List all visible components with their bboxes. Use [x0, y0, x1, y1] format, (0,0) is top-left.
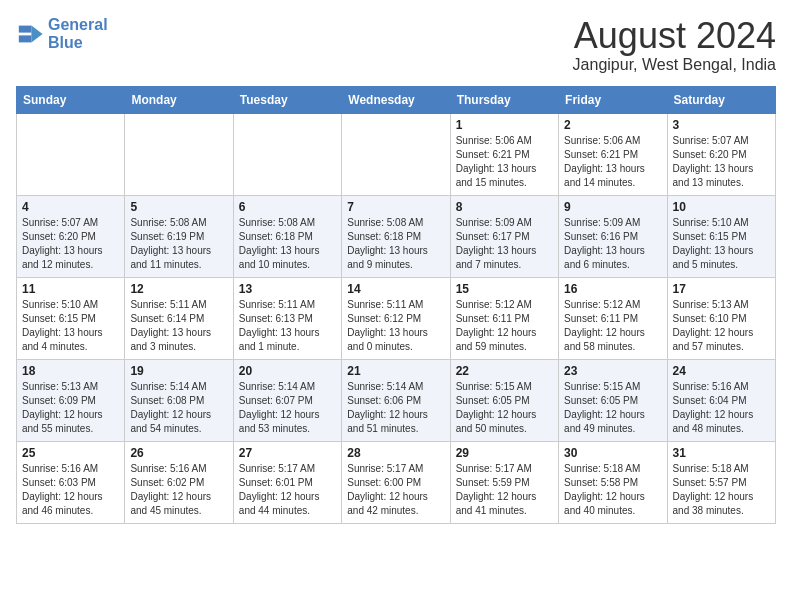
- day-number: 19: [130, 364, 227, 378]
- day-info: Sunrise: 5:11 AM Sunset: 6:12 PM Dayligh…: [347, 298, 444, 354]
- day-info: Sunrise: 5:15 AM Sunset: 6:05 PM Dayligh…: [456, 380, 553, 436]
- day-info: Sunrise: 5:10 AM Sunset: 6:15 PM Dayligh…: [22, 298, 119, 354]
- day-number: 18: [22, 364, 119, 378]
- day-info: Sunrise: 5:14 AM Sunset: 6:08 PM Dayligh…: [130, 380, 227, 436]
- calendar-cell: 18Sunrise: 5:13 AM Sunset: 6:09 PM Dayli…: [17, 359, 125, 441]
- day-info: Sunrise: 5:15 AM Sunset: 6:05 PM Dayligh…: [564, 380, 661, 436]
- calendar-cell: 9Sunrise: 5:09 AM Sunset: 6:16 PM Daylig…: [559, 195, 667, 277]
- calendar-cell: 4Sunrise: 5:07 AM Sunset: 6:20 PM Daylig…: [17, 195, 125, 277]
- calendar-cell: [125, 113, 233, 195]
- day-info: Sunrise: 5:17 AM Sunset: 6:01 PM Dayligh…: [239, 462, 336, 518]
- day-number: 14: [347, 282, 444, 296]
- day-info: Sunrise: 5:13 AM Sunset: 6:09 PM Dayligh…: [22, 380, 119, 436]
- calendar-cell: 22Sunrise: 5:15 AM Sunset: 6:05 PM Dayli…: [450, 359, 558, 441]
- day-number: 25: [22, 446, 119, 460]
- calendar-cell: 5Sunrise: 5:08 AM Sunset: 6:19 PM Daylig…: [125, 195, 233, 277]
- day-number: 3: [673, 118, 770, 132]
- day-number: 13: [239, 282, 336, 296]
- page-title: August 2024: [573, 16, 776, 56]
- calendar-cell: 15Sunrise: 5:12 AM Sunset: 6:11 PM Dayli…: [450, 277, 558, 359]
- day-info: Sunrise: 5:11 AM Sunset: 6:14 PM Dayligh…: [130, 298, 227, 354]
- day-number: 1: [456, 118, 553, 132]
- day-number: 31: [673, 446, 770, 460]
- calendar-cell: 25Sunrise: 5:16 AM Sunset: 6:03 PM Dayli…: [17, 441, 125, 523]
- calendar-cell: 26Sunrise: 5:16 AM Sunset: 6:02 PM Dayli…: [125, 441, 233, 523]
- day-info: Sunrise: 5:16 AM Sunset: 6:04 PM Dayligh…: [673, 380, 770, 436]
- day-number: 11: [22, 282, 119, 296]
- day-number: 10: [673, 200, 770, 214]
- calendar-cell: 28Sunrise: 5:17 AM Sunset: 6:00 PM Dayli…: [342, 441, 450, 523]
- day-info: Sunrise: 5:09 AM Sunset: 6:17 PM Dayligh…: [456, 216, 553, 272]
- page-subtitle: Jangipur, West Bengal, India: [573, 56, 776, 74]
- day-info: Sunrise: 5:06 AM Sunset: 6:21 PM Dayligh…: [564, 134, 661, 190]
- day-number: 24: [673, 364, 770, 378]
- day-info: Sunrise: 5:10 AM Sunset: 6:15 PM Dayligh…: [673, 216, 770, 272]
- calendar-cell: 7Sunrise: 5:08 AM Sunset: 6:18 PM Daylig…: [342, 195, 450, 277]
- day-number: 4: [22, 200, 119, 214]
- logo: General Blue: [16, 16, 108, 52]
- page-header: General Blue August 2024 Jangipur, West …: [16, 16, 776, 74]
- day-info: Sunrise: 5:08 AM Sunset: 6:18 PM Dayligh…: [239, 216, 336, 272]
- day-number: 2: [564, 118, 661, 132]
- logo-icon: [16, 20, 44, 48]
- weekday-header-row: SundayMondayTuesdayWednesdayThursdayFrid…: [17, 86, 776, 113]
- day-info: Sunrise: 5:18 AM Sunset: 5:57 PM Dayligh…: [673, 462, 770, 518]
- day-number: 22: [456, 364, 553, 378]
- day-number: 6: [239, 200, 336, 214]
- day-info: Sunrise: 5:08 AM Sunset: 6:19 PM Dayligh…: [130, 216, 227, 272]
- day-info: Sunrise: 5:12 AM Sunset: 6:11 PM Dayligh…: [564, 298, 661, 354]
- day-info: Sunrise: 5:14 AM Sunset: 6:07 PM Dayligh…: [239, 380, 336, 436]
- calendar-cell: 2Sunrise: 5:06 AM Sunset: 6:21 PM Daylig…: [559, 113, 667, 195]
- day-info: Sunrise: 5:14 AM Sunset: 6:06 PM Dayligh…: [347, 380, 444, 436]
- calendar-cell: [342, 113, 450, 195]
- day-info: Sunrise: 5:07 AM Sunset: 6:20 PM Dayligh…: [673, 134, 770, 190]
- calendar-cell: 30Sunrise: 5:18 AM Sunset: 5:58 PM Dayli…: [559, 441, 667, 523]
- day-number: 17: [673, 282, 770, 296]
- calendar-cell: 27Sunrise: 5:17 AM Sunset: 6:01 PM Dayli…: [233, 441, 341, 523]
- calendar-cell: 1Sunrise: 5:06 AM Sunset: 6:21 PM Daylig…: [450, 113, 558, 195]
- weekday-header-cell: Friday: [559, 86, 667, 113]
- calendar-cell: 21Sunrise: 5:14 AM Sunset: 6:06 PM Dayli…: [342, 359, 450, 441]
- calendar-cell: 19Sunrise: 5:14 AM Sunset: 6:08 PM Dayli…: [125, 359, 233, 441]
- day-info: Sunrise: 5:07 AM Sunset: 6:20 PM Dayligh…: [22, 216, 119, 272]
- day-number: 29: [456, 446, 553, 460]
- calendar-week-row: 18Sunrise: 5:13 AM Sunset: 6:09 PM Dayli…: [17, 359, 776, 441]
- calendar-body: 1Sunrise: 5:06 AM Sunset: 6:21 PM Daylig…: [17, 113, 776, 523]
- calendar-week-row: 4Sunrise: 5:07 AM Sunset: 6:20 PM Daylig…: [17, 195, 776, 277]
- day-info: Sunrise: 5:11 AM Sunset: 6:13 PM Dayligh…: [239, 298, 336, 354]
- calendar-cell: 24Sunrise: 5:16 AM Sunset: 6:04 PM Dayli…: [667, 359, 775, 441]
- day-number: 16: [564, 282, 661, 296]
- calendar-table: SundayMondayTuesdayWednesdayThursdayFrid…: [16, 86, 776, 524]
- calendar-week-row: 1Sunrise: 5:06 AM Sunset: 6:21 PM Daylig…: [17, 113, 776, 195]
- calendar-cell: 12Sunrise: 5:11 AM Sunset: 6:14 PM Dayli…: [125, 277, 233, 359]
- calendar-cell: 11Sunrise: 5:10 AM Sunset: 6:15 PM Dayli…: [17, 277, 125, 359]
- day-number: 30: [564, 446, 661, 460]
- day-number: 23: [564, 364, 661, 378]
- weekday-header-cell: Sunday: [17, 86, 125, 113]
- calendar-cell: 10Sunrise: 5:10 AM Sunset: 6:15 PM Dayli…: [667, 195, 775, 277]
- day-info: Sunrise: 5:06 AM Sunset: 6:21 PM Dayligh…: [456, 134, 553, 190]
- calendar-cell: 14Sunrise: 5:11 AM Sunset: 6:12 PM Dayli…: [342, 277, 450, 359]
- day-info: Sunrise: 5:17 AM Sunset: 5:59 PM Dayligh…: [456, 462, 553, 518]
- calendar-cell: [17, 113, 125, 195]
- day-number: 9: [564, 200, 661, 214]
- calendar-cell: 23Sunrise: 5:15 AM Sunset: 6:05 PM Dayli…: [559, 359, 667, 441]
- weekday-header-cell: Monday: [125, 86, 233, 113]
- calendar-cell: 6Sunrise: 5:08 AM Sunset: 6:18 PM Daylig…: [233, 195, 341, 277]
- calendar-cell: 8Sunrise: 5:09 AM Sunset: 6:17 PM Daylig…: [450, 195, 558, 277]
- day-number: 7: [347, 200, 444, 214]
- day-info: Sunrise: 5:13 AM Sunset: 6:10 PM Dayligh…: [673, 298, 770, 354]
- day-info: Sunrise: 5:16 AM Sunset: 6:02 PM Dayligh…: [130, 462, 227, 518]
- calendar-week-row: 11Sunrise: 5:10 AM Sunset: 6:15 PM Dayli…: [17, 277, 776, 359]
- day-info: Sunrise: 5:16 AM Sunset: 6:03 PM Dayligh…: [22, 462, 119, 518]
- calendar-cell: [233, 113, 341, 195]
- calendar-cell: 16Sunrise: 5:12 AM Sunset: 6:11 PM Dayli…: [559, 277, 667, 359]
- day-info: Sunrise: 5:17 AM Sunset: 6:00 PM Dayligh…: [347, 462, 444, 518]
- day-number: 5: [130, 200, 227, 214]
- calendar-cell: 13Sunrise: 5:11 AM Sunset: 6:13 PM Dayli…: [233, 277, 341, 359]
- calendar-cell: 3Sunrise: 5:07 AM Sunset: 6:20 PM Daylig…: [667, 113, 775, 195]
- calendar-cell: 20Sunrise: 5:14 AM Sunset: 6:07 PM Dayli…: [233, 359, 341, 441]
- calendar-cell: 31Sunrise: 5:18 AM Sunset: 5:57 PM Dayli…: [667, 441, 775, 523]
- day-info: Sunrise: 5:08 AM Sunset: 6:18 PM Dayligh…: [347, 216, 444, 272]
- logo-text: General Blue: [48, 16, 108, 52]
